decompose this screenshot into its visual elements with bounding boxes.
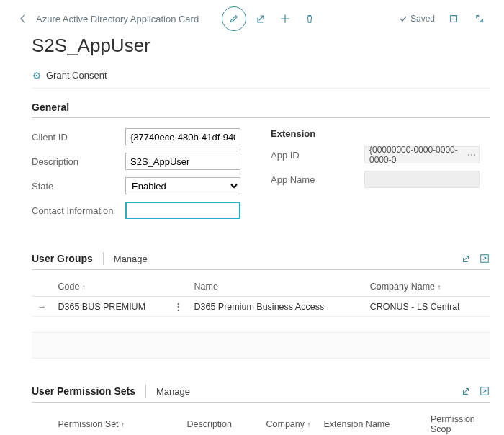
col-code[interactable]: Code ↑ xyxy=(53,277,168,297)
label-description: Description xyxy=(32,156,125,167)
new-icon[interactable] xyxy=(275,9,295,29)
section-permission-sets: User Permission Sets Manage Permission S… xyxy=(32,385,490,435)
section-user-groups: User Groups Manage Code ↑ Name Company N… xyxy=(32,252,490,359)
ellipsis-icon[interactable]: ⋯ xyxy=(467,150,476,160)
svg-rect-0 xyxy=(451,16,457,22)
back-button[interactable] xyxy=(14,10,32,27)
top-bar: Azure Active Directory Application Card … xyxy=(14,6,490,32)
section-general: General Client ID Description State Enab… xyxy=(32,102,490,226)
contact-information-field[interactable] xyxy=(125,202,240,219)
breadcrumb: Azure Active Directory Application Card xyxy=(36,14,199,24)
expand-icon[interactable] xyxy=(469,9,490,29)
col-scope[interactable]: Permission Scop xyxy=(425,410,490,435)
popout-icon[interactable] xyxy=(480,254,490,264)
permission-sets-title: User Permission Sets xyxy=(32,385,146,398)
extension-heading: Extension xyxy=(271,128,490,139)
delete-icon[interactable] xyxy=(300,9,320,29)
description-field[interactable] xyxy=(125,153,240,170)
share-icon[interactable] xyxy=(461,254,471,264)
label-client-id: Client ID xyxy=(32,132,125,143)
grant-consent-action[interactable]: Grant Consent xyxy=(32,67,490,89)
saved-indicator: Saved xyxy=(399,14,435,24)
table-row[interactable]: → D365 BUS PREMIUM ⋮ D365 Premium Busine… xyxy=(32,297,490,317)
row-selector-icon[interactable]: → xyxy=(32,297,53,317)
state-select[interactable]: Enabled xyxy=(125,177,240,194)
row-menu-icon[interactable]: ⋮ xyxy=(168,297,189,317)
table-row[interactable] xyxy=(32,317,490,333)
popout-icon[interactable] xyxy=(444,9,464,29)
user-groups-table: Code ↑ Name Company Name ↑ → D365 BUS PR… xyxy=(32,277,490,359)
col-description[interactable]: Description xyxy=(181,410,261,435)
app-id-field[interactable]: {00000000-0000-0000-0000-0 ⋯ xyxy=(364,146,480,163)
col-permission-set[interactable]: Permission Set ↑ xyxy=(53,410,161,435)
app-name-field xyxy=(364,171,480,188)
svg-point-2 xyxy=(36,74,38,76)
user-groups-manage[interactable]: Manage xyxy=(104,254,148,264)
label-app-id: App ID xyxy=(271,150,364,161)
col-name[interactable]: Name xyxy=(189,277,364,297)
col-extension[interactable]: Extension Name xyxy=(318,410,426,435)
user-groups-title: User Groups xyxy=(32,252,104,265)
label-state: State xyxy=(32,181,125,192)
section-title-general: General xyxy=(32,102,490,118)
client-id-field[interactable] xyxy=(125,128,240,145)
permission-sets-table: Permission Set ↑ Description Company ↑ E… xyxy=(32,410,490,435)
col-company[interactable]: Company Name ↑ xyxy=(364,277,490,297)
label-app-name: App Name xyxy=(271,174,364,185)
edit-button[interactable] xyxy=(222,6,246,31)
popout-icon[interactable] xyxy=(480,386,490,396)
col-company[interactable]: Company ↑ xyxy=(261,410,318,435)
label-contact: Contact Information xyxy=(32,205,125,216)
page-title: S2S_AppUser xyxy=(32,35,490,57)
share-icon[interactable] xyxy=(461,386,471,396)
gear-icon xyxy=(32,71,42,81)
permission-sets-manage[interactable]: Manage xyxy=(146,386,190,397)
share-icon[interactable] xyxy=(251,9,271,29)
